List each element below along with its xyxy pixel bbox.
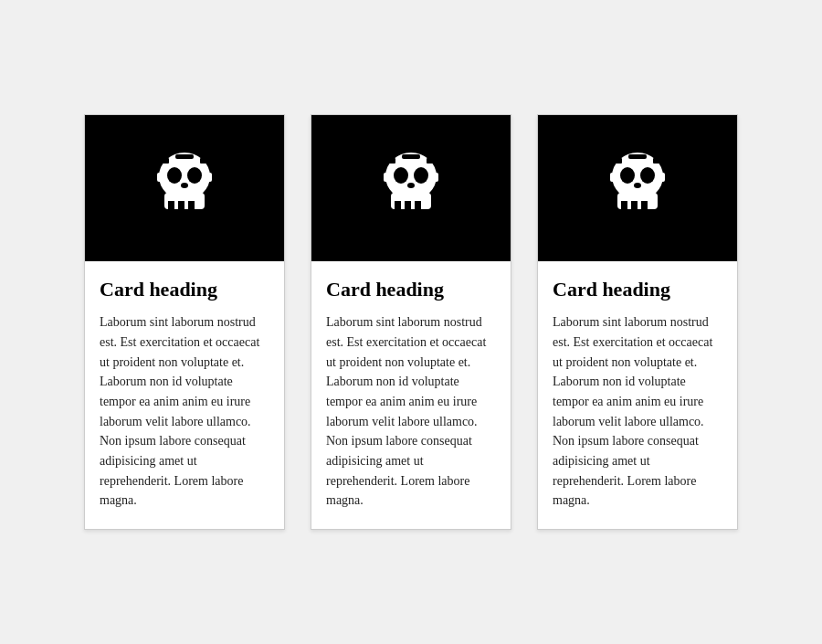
svg-rect-4	[188, 200, 195, 211]
skull-icon	[601, 145, 674, 231]
svg-rect-17	[405, 200, 411, 211]
svg-rect-10	[164, 198, 205, 201]
svg-rect-12	[205, 173, 212, 182]
card-body-1: Card heading Laborum sint laborum nostru…	[85, 261, 284, 529]
svg-rect-36	[615, 158, 622, 164]
svg-rect-18	[415, 200, 421, 211]
svg-rect-8	[162, 158, 169, 164]
svg-rect-41	[628, 154, 647, 159]
svg-rect-27	[402, 154, 420, 159]
svg-rect-40	[658, 173, 665, 182]
svg-point-19	[394, 167, 408, 184]
card-heading-2: Card heading	[326, 278, 496, 301]
svg-rect-30	[621, 200, 627, 211]
svg-rect-31	[631, 200, 638, 211]
svg-rect-26	[431, 173, 438, 182]
card-image-1	[85, 115, 284, 261]
svg-point-7	[181, 183, 188, 188]
svg-rect-13	[175, 154, 194, 159]
skull-icon	[148, 145, 221, 231]
card-image-2	[311, 115, 511, 261]
card-body-3: Card heading Laborum sint laborum nostru…	[538, 261, 737, 529]
svg-rect-22	[388, 158, 395, 164]
svg-point-6	[187, 167, 202, 184]
skull-icon	[374, 145, 448, 231]
svg-rect-32	[641, 200, 648, 211]
svg-rect-24	[391, 198, 431, 201]
svg-rect-3	[178, 200, 184, 211]
svg-point-5	[167, 167, 182, 184]
svg-rect-16	[395, 200, 401, 211]
svg-rect-23	[427, 158, 434, 164]
card-1: Card heading Laborum sint laborum nostru…	[84, 114, 285, 530]
card-text-3: Laborum sint laborum nostrud est. Est ex…	[553, 312, 722, 511]
svg-rect-37	[653, 158, 660, 164]
svg-point-34	[640, 167, 655, 184]
cards-container: Card heading Laborum sint laborum nostru…	[47, 78, 775, 566]
card-body-2: Card heading Laborum sint laborum nostru…	[311, 261, 511, 529]
svg-rect-11	[157, 173, 164, 182]
svg-rect-2	[168, 200, 174, 211]
card-text-1: Laborum sint laborum nostrud est. Est ex…	[100, 312, 269, 511]
svg-point-35	[634, 183, 641, 188]
card-image-3	[538, 115, 737, 261]
svg-rect-38	[617, 198, 658, 201]
svg-rect-39	[610, 173, 617, 182]
card-2: Card heading Laborum sint laborum nostru…	[311, 114, 511, 530]
card-text-2: Laborum sint laborum nostrud est. Est ex…	[326, 312, 496, 511]
svg-point-20	[414, 167, 428, 184]
card-heading-1: Card heading	[100, 278, 269, 301]
svg-point-21	[407, 183, 415, 188]
svg-rect-9	[200, 158, 207, 164]
svg-point-33	[620, 167, 635, 184]
card-3: Card heading Laborum sint laborum nostru…	[537, 114, 738, 530]
card-heading-3: Card heading	[553, 278, 722, 301]
svg-rect-25	[384, 173, 391, 182]
